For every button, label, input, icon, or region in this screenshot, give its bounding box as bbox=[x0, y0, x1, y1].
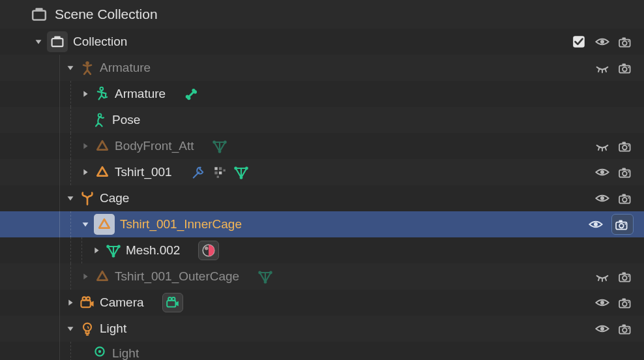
armature-data-label: Armature bbox=[115, 87, 166, 101]
armature-label: Armature bbox=[100, 61, 151, 75]
visibility-icon[interactable] bbox=[594, 190, 610, 206]
collection-row[interactable]: Collection bbox=[0, 29, 644, 55]
visibility-icon[interactable] bbox=[594, 164, 610, 180]
disclosure-icon[interactable] bbox=[80, 218, 91, 230]
visibility-icon[interactable] bbox=[594, 138, 610, 154]
outliner: Scene Collection Collection Armature bbox=[0, 0, 644, 360]
render-icon[interactable] bbox=[618, 138, 634, 154]
tshirt-label: Tshirt_001 bbox=[115, 165, 172, 179]
render-icon[interactable] bbox=[618, 269, 634, 284]
disclosure-icon[interactable] bbox=[65, 297, 76, 308]
disclosure-icon[interactable] bbox=[80, 166, 91, 178]
light-row[interactable]: Light bbox=[0, 316, 644, 342]
render-icon[interactable] bbox=[618, 321, 634, 337]
light-icon bbox=[79, 320, 96, 337]
collection-label: Collection bbox=[73, 35, 127, 49]
pose-label: Pose bbox=[112, 113, 140, 127]
mesh-icon bbox=[94, 268, 111, 285]
mesh-data-icon bbox=[233, 164, 249, 180]
particles-icon[interactable] bbox=[212, 165, 227, 179]
wrench-icon[interactable] bbox=[190, 164, 206, 180]
cage-label: Cage bbox=[100, 191, 129, 205]
disclosure-icon[interactable] bbox=[80, 140, 91, 152]
outercage-row[interactable]: Tshirt_001_OuterCage bbox=[0, 263, 644, 290]
mesh-data-icon bbox=[257, 269, 273, 284]
visibility-icon[interactable] bbox=[594, 269, 610, 284]
disclosure-icon[interactable] bbox=[80, 271, 91, 282]
scene-collection-label: Scene Collection bbox=[55, 7, 158, 22]
bodyfront-row[interactable]: BodyFront_Att bbox=[0, 133, 644, 159]
material-icon[interactable] bbox=[198, 241, 219, 260]
disclosure-icon[interactable] bbox=[80, 88, 91, 100]
mesh-icon bbox=[94, 138, 111, 155]
mesh-icon bbox=[94, 214, 115, 235]
light-data-icon bbox=[91, 343, 108, 360]
disclosure-icon[interactable] bbox=[65, 62, 76, 74]
camera-label: Camera bbox=[100, 295, 144, 310]
bodyfront-label: BodyFront_Att bbox=[115, 139, 194, 153]
innercage-label: Tshirt_001_InnerCage bbox=[120, 217, 242, 232]
render-icon[interactable] bbox=[618, 164, 634, 180]
armature-data-icon bbox=[94, 85, 111, 102]
visibility-icon[interactable] bbox=[594, 321, 610, 337]
camera-data-icon[interactable] bbox=[162, 293, 183, 312]
armature-data-row[interactable]: Armature bbox=[0, 81, 644, 107]
disclosure-icon[interactable] bbox=[91, 245, 102, 256]
exclude-checkbox[interactable] bbox=[571, 34, 587, 50]
camera-row[interactable]: Camera bbox=[0, 290, 644, 316]
mesh002-row[interactable]: Mesh.002 bbox=[0, 237, 644, 263]
render-icon[interactable] bbox=[618, 60, 634, 76]
visibility-icon[interactable] bbox=[594, 295, 610, 310]
armature-object-row[interactable]: Armature bbox=[0, 55, 644, 81]
disclosure-icon[interactable] bbox=[33, 36, 44, 48]
camera-icon bbox=[79, 294, 96, 311]
render-icon[interactable] bbox=[618, 295, 634, 310]
mesh002-label: Mesh.002 bbox=[126, 243, 180, 258]
mesh-data-icon bbox=[105, 242, 122, 259]
render-icon[interactable] bbox=[618, 34, 634, 50]
render-icon[interactable] bbox=[618, 190, 634, 206]
collection-icon bbox=[47, 31, 68, 52]
render-icon[interactable] bbox=[611, 214, 634, 235]
cage-row[interactable]: Cage bbox=[0, 185, 644, 211]
visibility-icon[interactable] bbox=[594, 34, 610, 50]
disclosure-icon[interactable] bbox=[65, 192, 76, 204]
bone-icon bbox=[184, 86, 199, 102]
pose-icon bbox=[91, 112, 108, 128]
cage-icon bbox=[79, 190, 96, 207]
scene-collection-row[interactable]: Scene Collection bbox=[0, 0, 644, 29]
visibility-icon[interactable] bbox=[588, 217, 604, 232]
mesh-data-icon bbox=[212, 138, 227, 154]
collection-icon bbox=[29, 4, 50, 25]
mesh-icon bbox=[94, 164, 111, 181]
tshirt-row[interactable]: Tshirt_001 bbox=[0, 159, 644, 185]
light-label: Light bbox=[100, 322, 126, 336]
light-data-row[interactable]: Light bbox=[0, 342, 644, 360]
innercage-row[interactable]: Tshirt_001_InnerCage bbox=[0, 211, 644, 237]
visibility-icon[interactable] bbox=[594, 60, 610, 76]
outercage-label: Tshirt_001_OuterCage bbox=[115, 269, 239, 284]
armature-icon bbox=[79, 59, 96, 76]
light-data-label: Light bbox=[112, 346, 139, 360]
disclosure-icon[interactable] bbox=[65, 323, 76, 335]
pose-row[interactable]: Pose bbox=[0, 107, 644, 133]
